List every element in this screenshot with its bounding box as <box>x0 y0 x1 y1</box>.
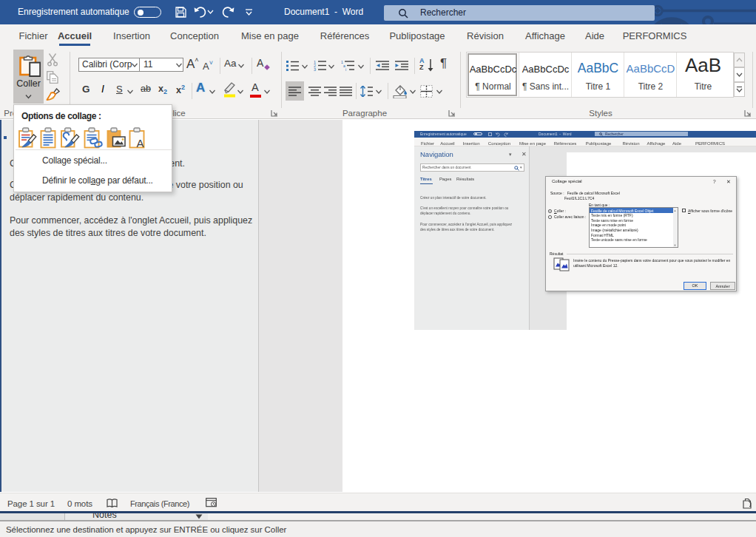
svg-text:A: A <box>137 136 144 149</box>
svg-text:i: i <box>345 67 346 71</box>
svg-text:3: 3 <box>314 67 316 71</box>
